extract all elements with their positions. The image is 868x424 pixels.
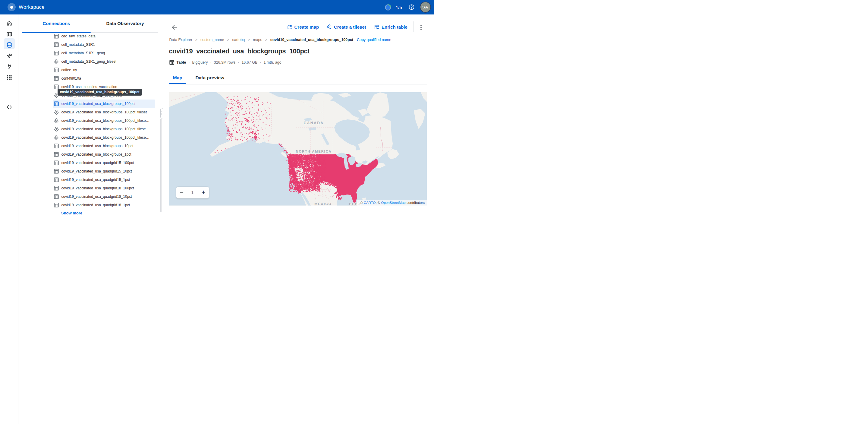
svg-text:MÉXICO: MÉXICO [314, 202, 332, 206]
svg-text:NORTH AMERICA: NORTH AMERICA [296, 150, 332, 153]
svg-text:CANADA: CANADA [304, 121, 324, 125]
